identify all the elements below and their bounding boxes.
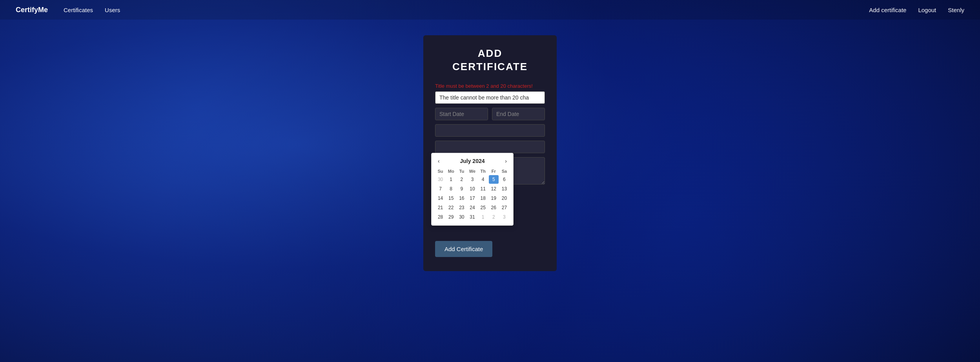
calendar-day[interactable]: 2 — [457, 175, 466, 184]
calendar-day[interactable]: 30 — [457, 213, 466, 221]
calendar-day[interactable]: 18 — [478, 194, 488, 203]
calendar-day[interactable]: 3 — [499, 213, 509, 221]
calendar-month-year: July 2024 — [460, 158, 485, 164]
calendar-day[interactable]: 3 — [467, 175, 477, 184]
calendar-day-header: Fr — [489, 168, 499, 174]
calendar-day[interactable]: 24 — [467, 203, 477, 212]
calendar-day[interactable]: 9 — [457, 185, 466, 193]
calendar-day[interactable]: 1 — [446, 175, 456, 184]
navbar: CertifyMe Certificates Users Add certifi… — [0, 0, 980, 20]
field4-input[interactable] — [435, 141, 545, 153]
calendar-day-header: Tu — [457, 168, 466, 174]
add-certificate-card: ADD CERTIFICATE Title must be between 2 … — [423, 35, 557, 271]
calendar-day[interactable]: 5 — [489, 175, 499, 184]
calendar-day[interactable]: 17 — [467, 194, 477, 203]
field3-input[interactable] — [435, 124, 545, 137]
main-content: ADD CERTIFICATE Title must be between 2 … — [0, 20, 980, 271]
calendar-next-button[interactable]: › — [503, 157, 509, 165]
calendar-day-header: Th — [478, 168, 488, 174]
calendar-header: ‹ July 2024 › — [435, 157, 509, 165]
start-date-input[interactable] — [435, 108, 488, 120]
calendar-day[interactable]: 4 — [478, 175, 488, 184]
end-date-input[interactable] — [492, 108, 545, 120]
calendar-day[interactable]: 22 — [446, 203, 456, 212]
calendar-day[interactable]: 25 — [478, 203, 488, 212]
calendar-day[interactable]: 16 — [457, 194, 466, 203]
calendar-day[interactable]: 26 — [489, 203, 499, 212]
calendar-day-header: We — [467, 168, 477, 174]
nav-right: Add certificate Logout Stenly — [869, 7, 964, 13]
calendar-day[interactable]: 1 — [478, 213, 488, 221]
calendar-day[interactable]: 2 — [489, 213, 499, 221]
calendar-grid: SuMoTuWeThFrSa30123456789101112131415161… — [435, 168, 509, 221]
calendar-day[interactable]: 19 — [489, 194, 499, 203]
calendar-day[interactable]: 23 — [457, 203, 466, 212]
calendar-day[interactable]: 30 — [435, 175, 445, 184]
nav-logout[interactable]: Logout — [918, 7, 936, 13]
calendar-day[interactable]: 8 — [446, 185, 456, 193]
title-input[interactable] — [435, 91, 545, 104]
add-certificate-button[interactable]: Add Certificate — [435, 241, 492, 257]
calendar-day[interactable]: 10 — [467, 185, 477, 193]
calendar-day-header: Mo — [446, 168, 456, 174]
calendar-prev-button[interactable]: ‹ — [435, 157, 442, 165]
calendar-day[interactable]: 14 — [435, 194, 445, 203]
nav-links: Certificates Users — [64, 7, 869, 13]
calendar-day[interactable]: 20 — [499, 194, 509, 203]
calendar-day-header: Sa — [499, 168, 509, 174]
title-error-message: Title must be between 2 and 20 character… — [435, 83, 545, 89]
nav-link-users[interactable]: Users — [105, 7, 120, 13]
calendar-day[interactable]: 21 — [435, 203, 445, 212]
calendar-day[interactable]: 15 — [446, 194, 456, 203]
calendar-day[interactable]: 28 — [435, 213, 445, 221]
calendar-day[interactable]: 7 — [435, 185, 445, 193]
calendar-day[interactable]: 13 — [499, 185, 509, 193]
nav-link-certificates[interactable]: Certificates — [64, 7, 93, 13]
calendar-day[interactable]: 6 — [499, 175, 509, 184]
date-picker-calendar: ‹ July 2024 › SuMoTuWeThFrSa301234567891… — [431, 153, 514, 226]
calendar-day[interactable]: 29 — [446, 213, 456, 221]
calendar-day[interactable]: 27 — [499, 203, 509, 212]
calendar-day[interactable]: 31 — [467, 213, 477, 221]
card-title: ADD CERTIFICATE — [435, 47, 545, 74]
calendar-day[interactable]: 11 — [478, 185, 488, 193]
nav-brand[interactable]: CertifyMe — [16, 6, 48, 14]
calendar-day[interactable]: 12 — [489, 185, 499, 193]
calendar-day-header: Su — [435, 168, 445, 174]
nav-add-certificate[interactable]: Add certificate — [869, 7, 906, 13]
nav-username: Stenly — [948, 7, 964, 13]
date-row — [435, 108, 545, 120]
